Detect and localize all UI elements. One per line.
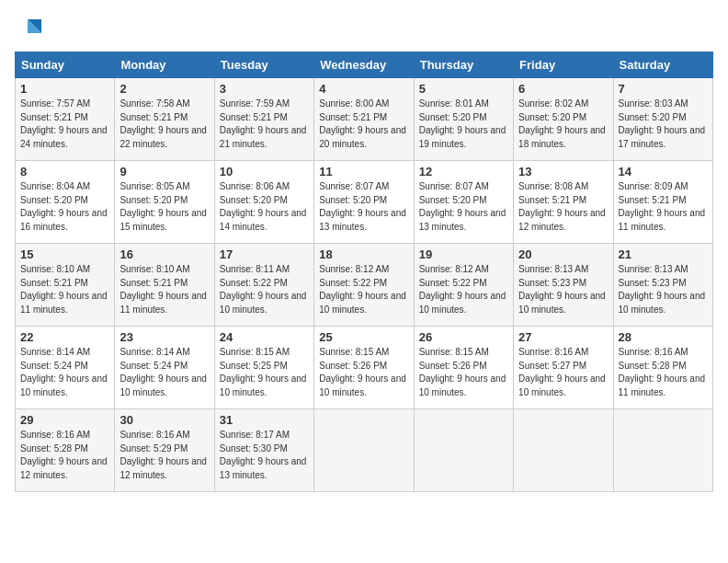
day-info: Sunrise: 8:14 AM Sunset: 5:24 PM Dayligh…: [119, 346, 209, 399]
day-number: 13: [518, 165, 608, 178]
day-info: Sunrise: 7:57 AM Sunset: 5:21 PM Dayligh…: [20, 98, 109, 151]
calendar-cell: 9Sunrise: 8:05 AM Sunset: 5:20 PM Daylig…: [115, 161, 214, 244]
calendar-body: 1Sunrise: 7:57 AM Sunset: 5:21 PM Daylig…: [16, 78, 713, 492]
calendar-cell: [613, 409, 712, 492]
day-number: 27: [518, 330, 608, 344]
calendar-cell: 2Sunrise: 7:58 AM Sunset: 5:21 PM Daylig…: [115, 78, 214, 161]
calendar-cell: 11Sunrise: 8:07 AM Sunset: 5:20 PM Dayli…: [314, 161, 414, 244]
calendar-cell: 16Sunrise: 8:10 AM Sunset: 5:21 PM Dayli…: [115, 244, 214, 327]
day-info: Sunrise: 8:04 AM Sunset: 5:20 PM Dayligh…: [20, 180, 109, 234]
calendar-cell: 28Sunrise: 8:16 AM Sunset: 5:28 PM Dayli…: [613, 327, 712, 409]
calendar-cell: 30Sunrise: 8:16 AM Sunset: 5:29 PM Dayli…: [115, 409, 214, 492]
day-number: 18: [319, 247, 408, 261]
calendar-cell: 20Sunrise: 8:13 AM Sunset: 5:23 PM Dayli…: [514, 244, 613, 327]
day-info: Sunrise: 8:13 AM Sunset: 5:23 PM Dayligh…: [619, 263, 708, 316]
day-info: Sunrise: 7:58 AM Sunset: 5:21 PM Dayligh…: [119, 98, 209, 151]
calendar-cell: 12Sunrise: 8:07 AM Sunset: 5:20 PM Dayli…: [414, 161, 513, 244]
day-number: 20: [518, 247, 608, 261]
day-info: Sunrise: 8:16 AM Sunset: 5:29 PM Dayligh…: [119, 429, 209, 482]
calendar-cell: [414, 409, 513, 492]
calendar-cell: 22Sunrise: 8:14 AM Sunset: 5:24 PM Dayli…: [16, 327, 115, 409]
day-info: Sunrise: 8:00 AM Sunset: 5:21 PM Dayligh…: [319, 98, 408, 151]
calendar-cell: 5Sunrise: 8:01 AM Sunset: 5:20 PM Daylig…: [414, 78, 513, 161]
header-friday: Friday: [514, 52, 613, 78]
day-info: Sunrise: 8:13 AM Sunset: 5:23 PM Dayligh…: [518, 263, 608, 316]
day-info: Sunrise: 8:06 AM Sunset: 5:20 PM Dayligh…: [220, 180, 309, 234]
day-info: Sunrise: 8:15 AM Sunset: 5:25 PM Dayligh…: [220, 346, 309, 399]
header-row: SundayMondayTuesdayWednesdayThursdayFrid…: [16, 52, 713, 78]
week-row-3: 15Sunrise: 8:10 AM Sunset: 5:21 PM Dayli…: [16, 244, 713, 327]
calendar-cell: 27Sunrise: 8:16 AM Sunset: 5:27 PM Dayli…: [514, 327, 613, 409]
day-number: 22: [20, 330, 109, 344]
day-number: 3: [220, 82, 309, 96]
header-monday: Monday: [115, 52, 214, 78]
day-info: Sunrise: 8:05 AM Sunset: 5:20 PM Dayligh…: [119, 180, 209, 234]
day-number: 30: [119, 413, 209, 427]
calendar-table: SundayMondayTuesdayWednesdayThursdayFrid…: [15, 52, 713, 492]
day-number: 23: [119, 330, 209, 344]
day-number: 29: [20, 413, 109, 427]
day-number: 14: [619, 165, 708, 178]
logo: [15, 15, 46, 42]
calendar-cell: [514, 409, 613, 492]
calendar-header: SundayMondayTuesdayWednesdayThursdayFrid…: [16, 52, 713, 78]
day-info: Sunrise: 8:11 AM Sunset: 5:22 PM Dayligh…: [220, 263, 309, 316]
calendar-cell: 19Sunrise: 8:12 AM Sunset: 5:22 PM Dayli…: [414, 244, 513, 327]
day-info: Sunrise: 8:12 AM Sunset: 5:22 PM Dayligh…: [319, 263, 408, 316]
day-number: 24: [220, 330, 309, 344]
day-number: 17: [220, 247, 309, 261]
day-number: 21: [619, 247, 708, 261]
day-info: Sunrise: 8:14 AM Sunset: 5:24 PM Dayligh…: [20, 346, 109, 399]
week-row-2: 8Sunrise: 8:04 AM Sunset: 5:20 PM Daylig…: [16, 161, 713, 244]
day-number: 28: [619, 330, 708, 344]
day-info: Sunrise: 8:16 AM Sunset: 5:28 PM Dayligh…: [20, 429, 109, 482]
day-info: Sunrise: 8:10 AM Sunset: 5:21 PM Dayligh…: [20, 263, 109, 316]
day-info: Sunrise: 7:59 AM Sunset: 5:21 PM Dayligh…: [220, 98, 309, 151]
day-number: 26: [419, 330, 508, 344]
day-info: Sunrise: 8:10 AM Sunset: 5:21 PM Dayligh…: [119, 263, 209, 316]
day-info: Sunrise: 8:08 AM Sunset: 5:21 PM Dayligh…: [518, 180, 608, 234]
day-info: Sunrise: 8:12 AM Sunset: 5:22 PM Dayligh…: [419, 263, 508, 316]
day-info: Sunrise: 8:03 AM Sunset: 5:20 PM Dayligh…: [619, 98, 708, 151]
day-number: 19: [419, 247, 508, 261]
day-info: Sunrise: 8:01 AM Sunset: 5:20 PM Dayligh…: [419, 98, 508, 151]
header-saturday: Saturday: [613, 52, 712, 78]
day-number: 16: [119, 247, 209, 261]
day-info: Sunrise: 8:16 AM Sunset: 5:28 PM Dayligh…: [619, 346, 708, 399]
day-number: 6: [518, 82, 608, 96]
day-number: 12: [419, 165, 508, 178]
day-info: Sunrise: 8:07 AM Sunset: 5:20 PM Dayligh…: [319, 180, 408, 234]
calendar-cell: 13Sunrise: 8:08 AM Sunset: 5:21 PM Dayli…: [514, 161, 613, 244]
day-number: 9: [119, 165, 209, 178]
header-sunday: Sunday: [16, 52, 115, 78]
day-number: 2: [119, 82, 209, 96]
day-number: 31: [220, 413, 309, 427]
day-info: Sunrise: 8:02 AM Sunset: 5:20 PM Dayligh…: [518, 98, 608, 151]
calendar-cell: 18Sunrise: 8:12 AM Sunset: 5:22 PM Dayli…: [314, 244, 414, 327]
calendar-cell: 1Sunrise: 7:57 AM Sunset: 5:21 PM Daylig…: [16, 78, 115, 161]
header-tuesday: Tuesday: [214, 52, 313, 78]
day-info: Sunrise: 8:15 AM Sunset: 5:26 PM Dayligh…: [419, 346, 508, 399]
week-row-5: 29Sunrise: 8:16 AM Sunset: 5:28 PM Dayli…: [16, 409, 713, 492]
calendar-cell: 24Sunrise: 8:15 AM Sunset: 5:25 PM Dayli…: [214, 327, 313, 409]
calendar-cell: 15Sunrise: 8:10 AM Sunset: 5:21 PM Dayli…: [16, 244, 115, 327]
calendar-cell: 7Sunrise: 8:03 AM Sunset: 5:20 PM Daylig…: [613, 78, 712, 161]
day-number: 25: [319, 330, 408, 344]
logo-icon: [18, 15, 46, 42]
calendar-cell: 31Sunrise: 8:17 AM Sunset: 5:30 PM Dayli…: [214, 409, 313, 492]
day-number: 10: [220, 165, 309, 178]
day-info: Sunrise: 8:15 AM Sunset: 5:26 PM Dayligh…: [319, 346, 408, 399]
day-number: 7: [619, 82, 708, 96]
calendar-cell: 25Sunrise: 8:15 AM Sunset: 5:26 PM Dayli…: [314, 327, 414, 409]
calendar-cell: 10Sunrise: 8:06 AM Sunset: 5:20 PM Dayli…: [214, 161, 313, 244]
week-row-1: 1Sunrise: 7:57 AM Sunset: 5:21 PM Daylig…: [16, 78, 713, 161]
calendar-cell: 6Sunrise: 8:02 AM Sunset: 5:20 PM Daylig…: [514, 78, 613, 161]
calendar-cell: [314, 409, 414, 492]
day-number: 11: [319, 165, 408, 178]
calendar-cell: 23Sunrise: 8:14 AM Sunset: 5:24 PM Dayli…: [115, 327, 214, 409]
day-number: 15: [20, 247, 109, 261]
day-info: Sunrise: 8:07 AM Sunset: 5:20 PM Dayligh…: [419, 180, 508, 234]
calendar-cell: 4Sunrise: 8:00 AM Sunset: 5:21 PM Daylig…: [314, 78, 414, 161]
calendar-cell: 14Sunrise: 8:09 AM Sunset: 5:21 PM Dayli…: [613, 161, 712, 244]
calendar-cell: 3Sunrise: 7:59 AM Sunset: 5:21 PM Daylig…: [214, 78, 313, 161]
